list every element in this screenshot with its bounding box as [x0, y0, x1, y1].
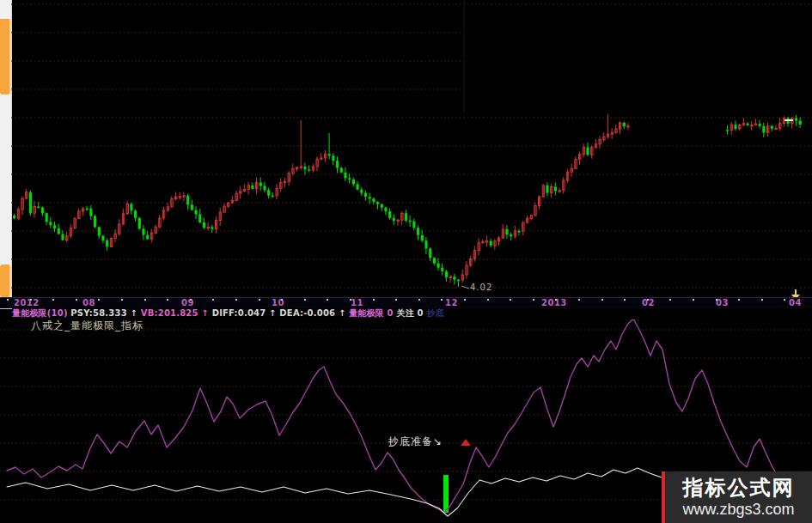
status-token: PSY:58.333 ↑: [70, 308, 140, 318]
axis-tick: [693, 299, 694, 301]
candle-body-down: [195, 210, 198, 215]
candle-body-down: [259, 183, 262, 186]
candle-body-down: [251, 185, 253, 189]
candle-body-down: [441, 268, 443, 271]
candle-body-down: [623, 123, 626, 126]
date-label: 09: [181, 299, 194, 307]
axis-tick: [418, 299, 420, 301]
candle-body-down: [505, 229, 508, 234]
status-token: DEA:-0.006 ↑: [279, 308, 349, 318]
candle-body-down: [106, 240, 108, 246]
candle-body-down: [303, 167, 306, 169]
candle-body-down: [518, 231, 521, 232]
status-line: 量能极限(10) PSY:58.333 ↑ VB:201.825 ↑ DIFF:…: [12, 307, 811, 319]
candle-body-down: [421, 235, 424, 241]
candle-body-down: [759, 124, 761, 126]
candle-body-down: [381, 204, 383, 208]
candle-body-down: [364, 193, 367, 197]
axis-tick: [647, 299, 649, 301]
candle-body-down: [340, 168, 343, 173]
axis-tick: [281, 299, 283, 301]
candle-body-down: [546, 185, 548, 193]
candle-body-down: [799, 121, 802, 125]
candle-body-down: [417, 228, 419, 235]
axis-tick: [601, 299, 603, 301]
date-label: 03: [716, 299, 729, 307]
axis-tick: [259, 299, 260, 301]
candle-body-down: [490, 241, 492, 246]
last-close-dash: [785, 119, 793, 121]
axis-tick: [533, 299, 534, 301]
candle-body-down: [344, 173, 346, 179]
axis-tick: [669, 299, 671, 301]
candle-body-down: [424, 240, 427, 248]
candle-body-down: [412, 222, 415, 228]
status-token: VB:201.825 ↑: [141, 308, 212, 318]
candle-body-down: [308, 169, 310, 170]
candle-body-down: [376, 202, 379, 204]
status-token: 量能极限 0: [349, 308, 396, 318]
candle-body-down: [130, 204, 132, 210]
candle-body-down: [747, 124, 749, 125]
candle-body-down: [348, 178, 351, 179]
axis-tick: [761, 299, 763, 301]
candle-body-down: [384, 208, 387, 212]
candle-body-down: [433, 258, 436, 263]
axis-tick: [578, 299, 580, 301]
axis-tick: [7, 299, 9, 301]
candle-body-down: [336, 161, 339, 167]
candle-body-down: [58, 228, 60, 234]
candle-body-down: [762, 126, 765, 133]
axis-tick: [30, 299, 32, 301]
candle-body-down: [388, 211, 391, 218]
axis-tick: [76, 299, 77, 301]
axis-tick: [304, 299, 306, 301]
candle-body-down: [49, 222, 52, 225]
candle-body-down: [138, 218, 141, 228]
candle-body-down: [437, 264, 440, 268]
red-triangle-icon: [461, 439, 471, 446]
stock-app-window: 4.02 201208091011122013020304 量能极限(10) P…: [0, 0, 812, 523]
candle-body-down: [191, 204, 193, 210]
axis-tick: [373, 299, 375, 301]
candle-body-down: [393, 218, 395, 221]
axis-tick: [52, 299, 54, 301]
axis-tick: [441, 299, 443, 301]
candle-body-down: [372, 198, 375, 202]
candle-body-down: [409, 221, 412, 222]
date-label: 08: [82, 299, 95, 307]
axis-tick: [98, 299, 100, 301]
candle-body-down: [369, 197, 371, 198]
candlestick-chart[interactable]: [0, 0, 812, 297]
candle-body-down: [37, 207, 40, 208]
buy-signal-annotation: 抄底准备↘: [388, 435, 443, 449]
candle-body-down: [46, 213, 48, 222]
candle-body-down: [41, 208, 44, 214]
candle-body-down: [332, 155, 334, 161]
axis-tick: [716, 299, 717, 301]
axis-tick: [190, 299, 192, 301]
axis-tick: [624, 299, 626, 301]
watermark-title: 指标公式网: [683, 476, 795, 500]
candle-body-down: [360, 190, 363, 193]
baseline-white-line: [7, 468, 662, 516]
candle-body-down: [352, 179, 355, 185]
axis-tick: [510, 299, 511, 301]
axis-tick: [784, 299, 785, 301]
candle-body-down: [89, 209, 92, 216]
date-label: 11: [351, 299, 363, 307]
axis-tick: [235, 299, 237, 301]
candle-body-down: [267, 190, 270, 195]
axis-tick: [212, 299, 214, 301]
axis-tick: [350, 299, 351, 301]
candle-body-down: [357, 185, 359, 190]
candle-body-down: [328, 154, 331, 155]
status-token: 抄底: [426, 308, 443, 318]
date-label: 2012: [14, 299, 40, 307]
candle-body-down: [101, 236, 104, 240]
candle-body-down: [198, 214, 201, 222]
axis-tick: [167, 299, 168, 301]
axis-tick: [144, 299, 146, 301]
status-token: 关注 0: [396, 308, 426, 318]
status-token: DIFF:0.047 ↑: [212, 308, 280, 318]
